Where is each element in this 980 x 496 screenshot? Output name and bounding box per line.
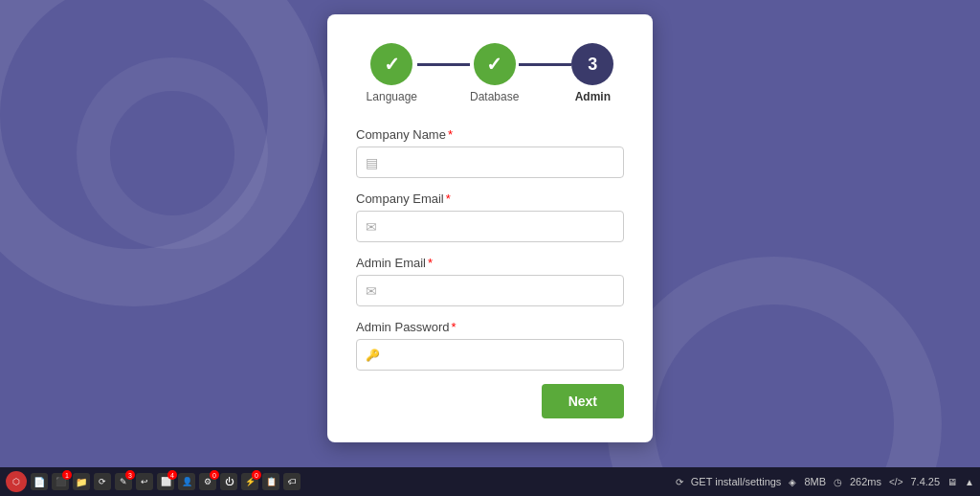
step-1-circle: ✓ <box>370 43 412 85</box>
files2-icon: 📋 <box>266 477 277 486</box>
power-icon: ⏻ <box>225 477 234 486</box>
company-name-input[interactable] <box>356 147 624 178</box>
step-3-circle: 3 <box>571 43 613 85</box>
required-star-1: * <box>448 127 453 142</box>
next-button[interactable]: Next <box>542 384 624 418</box>
admin-password-input[interactable] <box>356 339 624 371</box>
users-icon: 👤 <box>182 477 192 486</box>
taskbar-icon-tag[interactable]: 🏷 <box>283 473 301 490</box>
admin-password-wrapper: 🔑 <box>356 339 624 371</box>
admin-email-input[interactable] <box>356 275 624 306</box>
taskbar-icon-power[interactable]: ⏻ <box>220 473 237 490</box>
memory-icon: ◈ <box>789 477 796 487</box>
company-name-label: Company Name* <box>356 127 624 142</box>
company-email-icon: ✉ <box>366 219 377 235</box>
required-star-4: * <box>452 320 457 334</box>
taskbar-icon-network[interactable]: ⟳ <box>94 473 111 490</box>
step-database: ✓ Database <box>470 43 519 103</box>
company-name-group: Company Name* ▤ <box>356 127 624 178</box>
bg-circle-3 <box>77 57 268 249</box>
start-icon: ⬡ <box>12 477 20 486</box>
time-text: 262ms <box>850 476 881 487</box>
start-button[interactable]: ⬡ <box>6 471 27 492</box>
taskbar-icon-users[interactable]: 👤 <box>178 473 195 490</box>
monitor-icon: 🖥 <box>947 477 957 487</box>
taskbar-icon-files2[interactable]: 📋 <box>262 473 279 490</box>
required-star-3: * <box>428 256 433 270</box>
bolt-badge: 0 <box>252 470 261 480</box>
memory-text: 8MB <box>804 476 826 487</box>
bg-circle-2 <box>607 257 942 496</box>
admin-password-group: Admin Password* 🔑 <box>356 320 624 371</box>
step-2-circle: ✓ <box>474 43 516 85</box>
taskbar-icon-folder[interactable]: 📁 <box>73 473 90 490</box>
admin-form: Company Name* ▤ Company Email* ✉ Admin E… <box>356 127 624 418</box>
taskbar-icon-terminal[interactable]: ⬛ 1 <box>52 473 69 490</box>
admin-password-icon: 🔑 <box>366 349 380 362</box>
text-editor-badge: 3 <box>125 470 135 480</box>
step-2-label: Database <box>470 90 519 103</box>
required-star-2: * <box>446 192 451 206</box>
status-text: GET install/settings <box>691 476 782 487</box>
back-icon: ↩ <box>141 477 148 486</box>
step-3-label: Admin <box>575 90 611 103</box>
taskbar: ⬡ 📄 ⬛ 1 📁 ⟳ ✎ 3 ↩ ⬜ 4 👤 ⚙ 0 ⏻ ⚡ 0 📋 🏷 <box>0 467 980 496</box>
step-3-number: 3 <box>588 55 597 75</box>
terminal-badge: 1 <box>62 470 72 480</box>
admin-password-label: Admin Password* <box>356 320 624 334</box>
step-1-label: Language <box>367 90 417 103</box>
step-line-1 <box>417 63 470 66</box>
taskbar-icon-text-editor[interactable]: ✎ 3 <box>115 473 132 490</box>
version-icon: </> <box>889 477 902 487</box>
taskbar-icon-settings[interactable]: ⚙ 0 <box>199 473 216 490</box>
version-text: 7.4.25 <box>911 476 941 487</box>
folder-icon: 📁 <box>76 477 87 487</box>
taskbar-icon-browser[interactable]: ⬜ 4 <box>157 473 174 490</box>
admin-email-icon: ✉ <box>366 283 377 299</box>
step-2-check: ✓ <box>486 53 502 76</box>
settings-badge: 0 <box>210 470 219 480</box>
arrow-up-icon: ▲ <box>965 477 974 487</box>
company-name-wrapper: ▤ <box>356 147 624 178</box>
admin-email-group: Admin Email* ✉ <box>356 256 624 306</box>
taskbar-icon-bolt[interactable]: ⚡ 0 <box>241 473 258 490</box>
company-email-input[interactable] <box>356 211 624 242</box>
step-line-2 <box>519 63 571 66</box>
tag-icon: 🏷 <box>288 477 297 486</box>
company-email-wrapper: ✉ <box>356 211 624 242</box>
step-admin: 3 Admin <box>571 43 613 103</box>
taskbar-icon-files[interactable]: 📄 <box>31 473 48 490</box>
files-icon: 📄 <box>33 477 45 487</box>
step-language: ✓ Language <box>367 43 417 103</box>
time-icon: ◷ <box>834 477 842 487</box>
company-name-icon: ▤ <box>366 155 378 170</box>
company-email-group: Company Email* ✉ <box>356 192 624 242</box>
admin-email-label: Admin Email* <box>356 256 624 270</box>
network-icon: ⟳ <box>99 477 106 486</box>
network-right-icon: ⟳ <box>676 477 683 487</box>
browser-badge: 4 <box>167 470 177 480</box>
taskbar-right: ⟳ GET install/settings ◈ 8MB ◷ 262ms </>… <box>676 476 974 487</box>
step-1-check: ✓ <box>384 53 400 76</box>
setup-card: ✓ Language ✓ Database 3 Admin Compan <box>327 14 653 442</box>
company-email-label: Company Email* <box>356 192 624 206</box>
admin-email-wrapper: ✉ <box>356 275 624 306</box>
stepper: ✓ Language ✓ Database 3 Admin <box>356 43 624 103</box>
taskbar-icon-back[interactable]: ↩ <box>136 473 153 490</box>
